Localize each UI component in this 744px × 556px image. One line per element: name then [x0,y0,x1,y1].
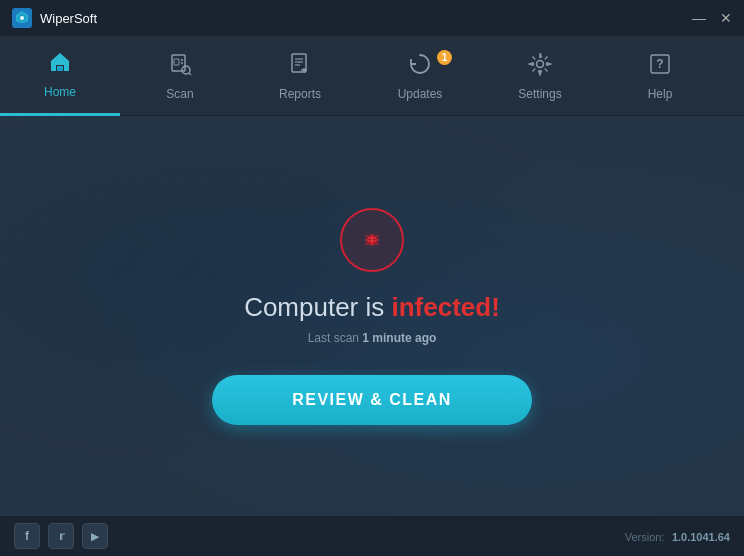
version-label: Version: [625,531,665,543]
svg-point-1 [20,16,24,20]
nav-item-home[interactable]: Home [0,36,120,116]
version-number: 1.0.1041.64 [672,531,730,543]
facebook-button[interactable]: f [14,523,40,549]
reports-icon [287,51,313,81]
help-icon: ? [647,51,673,81]
updates-badge: 1 [437,50,452,65]
nav-item-settings[interactable]: Settings [480,36,600,116]
scan-icon [167,51,193,81]
social-icons: f 𝕣 ▶ [14,523,108,549]
nav-item-reports[interactable]: Reports [240,36,360,116]
title-bar: WiperSoft — ✕ [0,0,744,36]
footer: f 𝕣 ▶ Version: 1.0.1041.64 [0,516,744,556]
status-infected-word: infected! [392,292,500,322]
settings-icon [527,51,553,81]
last-scan-time: 1 minute ago [362,331,436,345]
youtube-button[interactable]: ▶ [82,523,108,549]
svg-line-23 [533,68,536,71]
review-clean-button[interactable]: REVIEW & CLEAN [212,375,532,425]
version-info: Version: 1.0.1041.64 [625,527,730,545]
svg-rect-4 [174,59,179,65]
svg-line-22 [545,56,548,59]
nav-label-reports: Reports [279,87,321,101]
nav-item-scan[interactable]: Scan [120,36,240,116]
nav-label-help: Help [648,87,673,101]
app-logo-icon [12,8,32,28]
svg-line-20 [533,56,536,59]
facebook-icon: f [25,529,29,543]
app-title: WiperSoft [40,11,97,26]
nav-label-home: Home [44,85,76,99]
status-text: Computer is infected! [244,292,500,323]
nav-label-settings: Settings [518,87,561,101]
nav-bar: Home Scan Report [0,36,744,116]
background-dots [0,116,300,266]
title-controls: — ✕ [692,11,732,25]
svg-rect-27 [0,116,300,266]
svg-point-35 [85,231,155,266]
svg-point-34 [60,206,180,266]
nav-label-updates: Updates [398,87,443,101]
title-left: WiperSoft [12,8,97,28]
svg-point-7 [182,66,190,74]
nav-item-updates[interactable]: Updates 1 [360,36,480,116]
svg-rect-2 [57,66,63,71]
home-icon [47,49,73,79]
youtube-icon: ▶ [91,531,99,542]
svg-line-21 [545,68,548,71]
twitter-button[interactable]: 𝕣 [48,523,74,549]
minimize-button[interactable]: — [692,11,706,25]
svg-text:?: ? [656,57,663,71]
close-button[interactable]: ✕ [720,11,732,25]
main-content: Computer is infected! Last scan 1 minute… [0,116,744,516]
svg-point-15 [537,60,544,67]
twitter-icon: 𝕣 [59,530,64,543]
last-scan-text: Last scan 1 minute ago [308,331,437,345]
bug-icon [358,226,386,254]
infected-icon-circle [340,208,404,272]
last-scan-label: Last scan [308,331,359,345]
nav-item-help[interactable]: ? Help [600,36,720,116]
status-prefix: Computer is [244,292,391,322]
nav-label-scan: Scan [166,87,193,101]
svg-line-8 [189,73,191,75]
updates-icon [407,51,433,81]
